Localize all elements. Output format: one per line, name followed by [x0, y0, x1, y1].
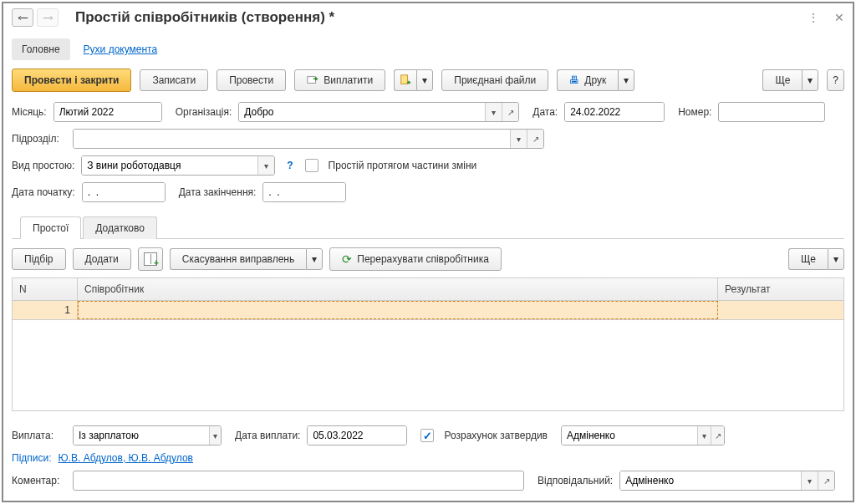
- select-button[interactable]: Підбір: [12, 248, 66, 270]
- svg-rect-0: [308, 77, 316, 84]
- org-label: Організація:: [176, 106, 232, 118]
- approved-dropdown-icon[interactable]: ▾: [697, 426, 711, 445]
- responsible-dropdown-icon[interactable]: ▾: [801, 471, 818, 490]
- approved-checkbox[interactable]: [420, 429, 434, 442]
- document-icon: [400, 74, 411, 86]
- attached-files-button[interactable]: Приєднані файли: [441, 69, 548, 91]
- dept-open-icon[interactable]: ↗: [527, 130, 543, 148]
- pay-icon: [307, 74, 318, 86]
- sub-tab-additional[interactable]: Додатково: [83, 216, 157, 239]
- print-dropdown[interactable]: ▾: [618, 69, 634, 91]
- start-date-input[interactable]: [83, 183, 166, 201]
- menu-icon[interactable]: ⋮: [808, 11, 819, 24]
- col-employee: Співробітник: [78, 278, 718, 300]
- payout-date-input[interactable]: [308, 426, 407, 445]
- printer-icon: 🖶: [569, 74, 579, 86]
- date-label: Дата:: [532, 106, 558, 118]
- sub-more-dropdown[interactable]: ▾: [828, 248, 844, 270]
- payout-dropdown-icon[interactable]: ▾: [209, 426, 221, 445]
- month-label: Місяць:: [12, 106, 47, 118]
- cancel-fix-button[interactable]: Скасування виправлень: [170, 248, 306, 270]
- help-icon[interactable]: ?: [282, 160, 298, 171]
- payout-input[interactable]: [74, 426, 209, 445]
- partial-shift-checkbox[interactable]: [305, 159, 318, 172]
- signatures-label: Підписи:: [12, 452, 52, 464]
- comment-input[interactable]: [73, 471, 524, 491]
- partial-shift-label: Простій протягом частини зміни: [329, 160, 477, 171]
- recalc-button[interactable]: ⟳ Перерахувати співробітника: [329, 247, 502, 271]
- sub-more-button[interactable]: Ще: [788, 248, 828, 270]
- dept-dropdown-icon[interactable]: ▾: [510, 130, 527, 148]
- add-button[interactable]: Додати: [73, 248, 131, 270]
- create-based-button[interactable]: [394, 69, 416, 91]
- sub-tab-downtimes[interactable]: Простої: [20, 216, 81, 239]
- start-date-label: Дата початку:: [12, 186, 75, 198]
- cell-n: 1: [13, 301, 78, 319]
- post-button[interactable]: Провести: [217, 69, 286, 91]
- table-row[interactable]: 1: [13, 301, 843, 320]
- save-button[interactable]: Записати: [140, 69, 208, 91]
- nav-forward-button[interactable]: 🡒: [37, 8, 59, 27]
- downtime-type-label: Вид простою:: [12, 160, 74, 171]
- org-open-icon[interactable]: ↗: [502, 103, 518, 121]
- dept-input[interactable]: [74, 130, 510, 148]
- fill-button[interactable]: [138, 247, 163, 271]
- pay-button[interactable]: Виплатити: [294, 69, 385, 91]
- col-result: Результат: [718, 278, 843, 300]
- nav-back-button[interactable]: 🡐: [12, 8, 33, 27]
- cell-result: [718, 301, 843, 319]
- date-input[interactable]: [565, 103, 665, 121]
- signatures-link[interactable]: Ю.В. Абдулов, Ю.В. Абдулов: [59, 452, 193, 464]
- approved-input[interactable]: [562, 426, 697, 445]
- end-date-input[interactable]: [263, 183, 346, 201]
- responsible-input[interactable]: [620, 471, 801, 490]
- svg-rect-1: [401, 75, 408, 84]
- employees-table: N Співробітник Результат 1: [12, 277, 844, 411]
- help-button[interactable]: ?: [827, 69, 844, 91]
- month-input[interactable]: [54, 103, 162, 121]
- responsible-label: Відповідальний:: [538, 475, 613, 486]
- payout-label: Виплата:: [12, 430, 66, 441]
- dept-label: Підрозділ:: [12, 133, 66, 145]
- org-dropdown-icon[interactable]: ▾: [485, 103, 502, 121]
- number-input[interactable]: [718, 102, 825, 122]
- comment-label: Коментар:: [12, 475, 66, 486]
- downtime-type-input[interactable]: [82, 156, 257, 175]
- number-label: Номер:: [678, 106, 711, 118]
- cancel-fix-dropdown[interactable]: ▾: [306, 248, 323, 270]
- refresh-icon: ⟳: [342, 252, 352, 266]
- tab-movements[interactable]: Рухи документа: [74, 38, 168, 60]
- approved-open-icon[interactable]: ↗: [711, 426, 724, 445]
- cell-employee[interactable]: [78, 301, 718, 319]
- close-icon[interactable]: ✕: [834, 11, 844, 24]
- responsible-open-icon[interactable]: ↗: [818, 471, 834, 490]
- print-button[interactable]: 🖶 Друк: [557, 69, 618, 91]
- page-title: Простій співробітників (створення) *: [75, 9, 808, 26]
- downtime-type-dropdown-icon[interactable]: ▾: [257, 156, 274, 175]
- post-and-close-button[interactable]: Провести і закрити: [12, 69, 131, 92]
- more-dropdown[interactable]: ▾: [802, 69, 818, 91]
- grid-plus-icon: [144, 252, 157, 266]
- payout-date-label: Дата виплати:: [235, 430, 300, 441]
- end-date-label: Дата закінчення:: [179, 186, 257, 198]
- create-based-dropdown[interactable]: ▾: [416, 69, 433, 91]
- more-button[interactable]: Ще: [762, 69, 802, 91]
- org-input[interactable]: [239, 103, 485, 121]
- tab-main[interactable]: Головне: [12, 38, 70, 60]
- approved-label: Розрахунок затвердив: [444, 430, 548, 441]
- col-n: N: [13, 278, 78, 300]
